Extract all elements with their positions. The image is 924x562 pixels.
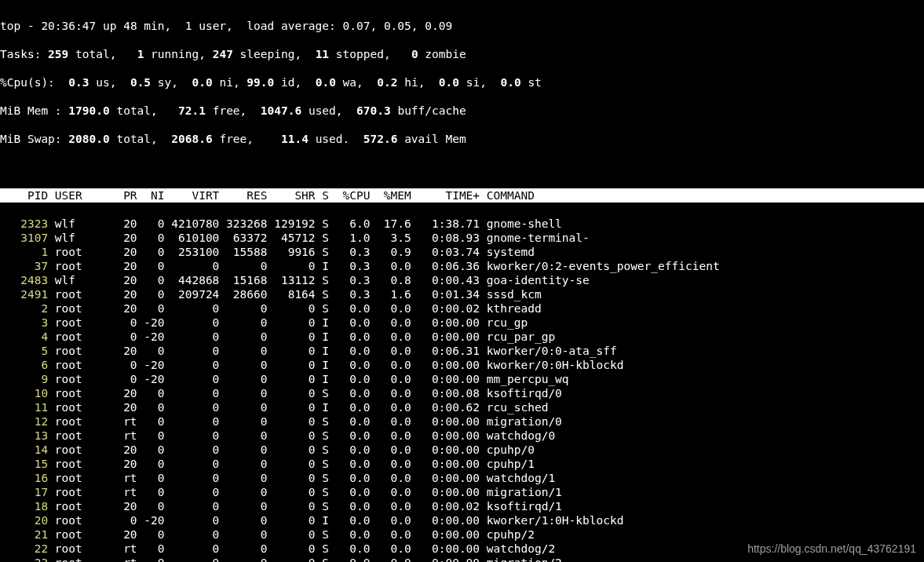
process-row[interactable]: 23 root rt 0 0 0 0 S 0.0 0.0 0:00.00 mig… bbox=[0, 556, 924, 562]
process-row[interactable]: 2323 wlf 20 0 4210780 323268 129192 S 6.… bbox=[0, 217, 924, 231]
process-row[interactable]: 17 root rt 0 0 0 0 S 0.0 0.0 0:00.00 mig… bbox=[0, 485, 924, 499]
process-row[interactable]: 14 root 20 0 0 0 0 S 0.0 0.0 0:00.00 cpu… bbox=[0, 443, 924, 457]
pid-cell: 6 bbox=[0, 359, 48, 371]
process-row[interactable]: 2 root 20 0 0 0 0 S 0.0 0.0 0:00.02 kthr… bbox=[0, 301, 924, 316]
pid-cell: 5 bbox=[0, 345, 48, 357]
process-cells: root rt 0 0 0 0 S 0.0 0.0 0:00.00 migrat… bbox=[48, 486, 562, 498]
process-cells: root rt 0 0 0 0 S 0.0 0.0 0:00.00 watchd… bbox=[48, 472, 555, 484]
process-row[interactable]: 37 root 20 0 0 0 0 I 0.3 0.0 0:06.36 kwo… bbox=[0, 259, 924, 273]
pid-cell: 9 bbox=[0, 373, 48, 385]
process-row[interactable]: 11 root 20 0 0 0 0 I 0.0 0.0 0:00.62 rcu… bbox=[0, 400, 924, 414]
process-row[interactable]: 3107 wlf 20 0 610100 63372 45712 S 1.0 3… bbox=[0, 231, 924, 245]
process-cells: root rt 0 0 0 0 S 0.0 0.0 0:00.00 watchd… bbox=[48, 429, 555, 442]
process-cells: root 20 0 209724 28660 8164 S 0.3 1.6 0:… bbox=[48, 288, 542, 301]
process-row[interactable]: 9 root 0 -20 0 0 0 I 0.0 0.0 0:00.00 mm_… bbox=[0, 372, 924, 386]
pid-cell: 13 bbox=[0, 429, 48, 442]
process-cells: root 0 -20 0 0 0 I 0.0 0.0 0:00.00 rcu_g… bbox=[48, 316, 528, 329]
process-row[interactable]: 10 root 20 0 0 0 0 S 0.0 0.0 0:00.08 kso… bbox=[0, 386, 924, 400]
process-row[interactable]: 12 root rt 0 0 0 0 S 0.0 0.0 0:00.00 mig… bbox=[0, 414, 924, 429]
summary-swap: MiB Swap: 2080.0 total, 2068.6 free, 11.… bbox=[0, 132, 924, 146]
summary-mem: MiB Mem : 1790.0 total, 72.1 free, 1047.… bbox=[0, 104, 924, 118]
pid-cell: 21 bbox=[0, 528, 48, 541]
column-headers[interactable]: PID USER PR NI VIRT RES SHR S %CPU %MEM … bbox=[0, 188, 924, 203]
process-cells: root rt 0 0 0 0 S 0.0 0.0 0:00.00 watchd… bbox=[48, 542, 555, 555]
process-cells: root 20 0 0 0 0 I 0.3 0.0 0:06.36 kworke… bbox=[48, 260, 720, 272]
summary-line-1: top - 20:36:47 up 48 min, 1 user, load a… bbox=[0, 19, 924, 33]
process-cells: root 20 0 0 0 0 I 0.0 0.0 0:00.62 rcu_sc… bbox=[48, 401, 548, 414]
pid-cell: 23 bbox=[0, 557, 48, 562]
process-list[interactable]: 2323 wlf 20 0 4210780 323268 129192 S 6.… bbox=[0, 217, 924, 562]
process-cells: root 20 0 0 0 0 I 0.0 0.0 0:06.31 kworke… bbox=[48, 345, 617, 357]
process-row[interactable]: 1 root 20 0 253100 15588 9916 S 0.3 0.9 … bbox=[0, 245, 924, 259]
pid-cell: 4 bbox=[0, 330, 48, 343]
process-row[interactable]: 5 root 20 0 0 0 0 I 0.0 0.0 0:06.31 kwor… bbox=[0, 344, 924, 358]
process-row[interactable]: 2483 wlf 20 0 442868 15168 13112 S 0.3 0… bbox=[0, 273, 924, 287]
process-cells: root 20 0 0 0 0 S 0.0 0.0 0:00.00 cpuhp/… bbox=[48, 443, 535, 456]
process-cells: root rt 0 0 0 0 S 0.0 0.0 0:00.00 migrat… bbox=[48, 415, 562, 428]
pid-cell: 37 bbox=[0, 260, 48, 272]
pid-cell: 20 bbox=[0, 514, 48, 527]
process-row[interactable]: 18 root 20 0 0 0 0 S 0.0 0.0 0:00.02 kso… bbox=[0, 499, 924, 513]
pid-cell: 2483 bbox=[0, 274, 48, 286]
process-row[interactable]: 15 root 20 0 0 0 0 S 0.0 0.0 0:00.00 cpu… bbox=[0, 457, 924, 471]
summary-tasks: Tasks: 259 total, 1 running, 247 sleepin… bbox=[0, 47, 924, 61]
pid-cell: 18 bbox=[0, 500, 48, 513]
process-row[interactable]: 6 root 0 -20 0 0 0 I 0.0 0.0 0:00.00 kwo… bbox=[0, 358, 924, 372]
process-row[interactable]: 21 root 20 0 0 0 0 S 0.0 0.0 0:00.00 cpu… bbox=[0, 527, 924, 542]
pid-cell: 10 bbox=[0, 387, 48, 400]
process-row[interactable]: 3 root 0 -20 0 0 0 I 0.0 0.0 0:00.00 rcu… bbox=[0, 316, 924, 330]
process-row[interactable]: 2491 root 20 0 209724 28660 8164 S 0.3 1… bbox=[0, 287, 924, 301]
pid-cell: 2491 bbox=[0, 288, 48, 301]
process-cells: wlf 20 0 610100 63372 45712 S 1.0 3.5 0:… bbox=[48, 232, 590, 244]
pid-cell: 11 bbox=[0, 401, 48, 414]
watermark: https://blog.csdn.net/qq_43762191 bbox=[747, 542, 916, 556]
process-cells: root 0 -20 0 0 0 I 0.0 0.0 0:00.00 kwork… bbox=[48, 514, 623, 527]
process-cells: root 20 0 253100 15588 9916 S 0.3 0.9 0:… bbox=[48, 246, 535, 258]
process-row[interactable]: 13 root rt 0 0 0 0 S 0.0 0.0 0:00.00 wat… bbox=[0, 429, 924, 443]
terminal-output[interactable]: top - 20:36:47 up 48 min, 1 user, load a… bbox=[0, 0, 924, 562]
pid-cell: 3 bbox=[0, 316, 48, 329]
pid-cell: 2 bbox=[0, 302, 48, 315]
process-cells: root 20 0 0 0 0 S 0.0 0.0 0:00.02 ksofti… bbox=[48, 500, 562, 513]
process-cells: root 0 -20 0 0 0 I 0.0 0.0 0:00.00 rcu_p… bbox=[48, 330, 555, 343]
pid-cell: 2323 bbox=[0, 217, 48, 230]
process-cells: root rt 0 0 0 0 S 0.0 0.0 0:00.00 migrat… bbox=[48, 557, 562, 562]
process-cells: root 20 0 0 0 0 S 0.0 0.0 0:00.00 cpuhp/… bbox=[48, 458, 535, 470]
blank-line bbox=[0, 160, 924, 174]
process-row[interactable]: 4 root 0 -20 0 0 0 I 0.0 0.0 0:00.00 rcu… bbox=[0, 330, 924, 344]
pid-cell: 3107 bbox=[0, 232, 48, 244]
pid-cell: 22 bbox=[0, 542, 48, 555]
pid-cell: 15 bbox=[0, 458, 48, 470]
pid-cell: 17 bbox=[0, 486, 48, 498]
process-cells: wlf 20 0 442868 15168 13112 S 0.3 0.8 0:… bbox=[48, 274, 590, 286]
pid-cell: 1 bbox=[0, 246, 48, 258]
pid-cell: 12 bbox=[0, 415, 48, 428]
process-cells: root 0 -20 0 0 0 I 0.0 0.0 0:00.00 mm_pe… bbox=[48, 373, 568, 385]
process-cells: root 0 -20 0 0 0 I 0.0 0.0 0:00.00 kwork… bbox=[48, 359, 623, 371]
process-cells: root 20 0 0 0 0 S 0.0 0.0 0:00.08 ksofti… bbox=[48, 387, 562, 400]
process-cells: root 20 0 0 0 0 S 0.0 0.0 0:00.00 cpuhp/… bbox=[48, 528, 535, 541]
process-cells: wlf 20 0 4210780 323268 129192 S 6.0 17.… bbox=[48, 217, 562, 230]
summary-cpu: %Cpu(s): 0.3 us, 0.5 sy, 0.0 ni, 99.0 id… bbox=[0, 75, 924, 89]
pid-cell: 14 bbox=[0, 443, 48, 456]
process-cells: root 20 0 0 0 0 S 0.0 0.0 0:00.02 kthrea… bbox=[48, 302, 542, 315]
process-row[interactable]: 16 root rt 0 0 0 0 S 0.0 0.0 0:00.00 wat… bbox=[0, 471, 924, 485]
process-row[interactable]: 20 root 0 -20 0 0 0 I 0.0 0.0 0:00.00 kw… bbox=[0, 513, 924, 527]
pid-cell: 16 bbox=[0, 472, 48, 484]
